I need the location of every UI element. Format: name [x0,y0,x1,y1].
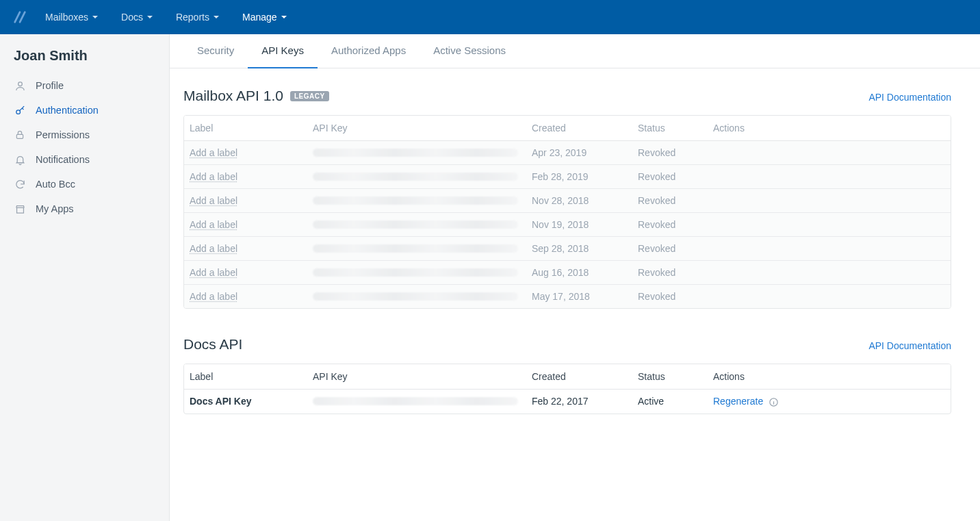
top-nav: MailboxesDocsReportsManage [0,0,980,34]
status-cell: Revoked [632,164,708,188]
loop-icon [14,178,26,190]
topnav-item-manage[interactable]: Manage [242,12,287,23]
chevron-down-icon [147,16,153,18]
col-label: Label [184,116,307,141]
table-row: Add a labelNov 19, 2018Revoked [184,212,951,236]
topnav-label: Docs [121,12,143,23]
sidebar-item-auto-bcc[interactable]: Auto Bcc [0,172,169,196]
created-cell: Aug 16, 2018 [526,260,632,284]
table-row: Add a labelNov 28, 2018Revoked [184,188,951,212]
api-key-obscured [313,244,518,253]
user-icon [14,79,26,92]
col-actions: Actions [708,364,951,390]
mailbox-api-title: Mailbox API 1.0 LEGACY [183,88,329,104]
legacy-badge: LEGACY [290,91,329,101]
topnav-label: Mailboxes [45,12,88,23]
sidebar-title: Joan Smith [0,48,169,73]
topnav-item-reports[interactable]: Reports [176,12,219,23]
store-icon [14,203,26,215]
sidebar-item-notifications[interactable]: Notifications [0,147,169,172]
api-key-obscured [313,397,518,405]
table-row: Add a labelFeb 28, 2019Revoked [184,164,951,188]
lock-icon [14,129,26,141]
mailbox-api-doc-link[interactable]: API Documentation [868,92,951,103]
actions-cell: Regenerate [708,390,951,414]
actions-cell [708,164,951,188]
table-row: Add a labelApr 23, 2019Revoked [184,141,951,164]
chevron-down-icon [92,16,98,18]
actions-cell [708,188,951,212]
created-cell: Apr 23, 2019 [526,141,632,164]
sidebar-item-authentication[interactable]: Authentication [0,98,169,123]
sidebar-item-label: Authentication [36,105,99,116]
table-row: Add a labelSep 28, 2018Revoked [184,236,951,260]
status-cell: Revoked [632,284,708,308]
key-icon [14,104,26,116]
regenerate-link[interactable]: Regenerate [713,396,763,407]
tab-api-keys[interactable]: API Keys [248,34,318,68]
actions-cell [708,212,951,236]
created-cell: May 17, 2018 [526,284,632,308]
svg-point-0 [18,81,22,86]
status-cell: Revoked [632,236,708,260]
col-status: Status [632,116,708,141]
created-cell: Feb 28, 2019 [526,164,632,188]
col-created: Created [526,364,632,390]
status-cell: Revoked [632,212,708,236]
add-label-link[interactable]: Add a label [190,195,237,206]
status-cell: Revoked [632,141,708,164]
actions-cell [708,236,951,260]
info-icon[interactable] [769,397,779,407]
add-label-link[interactable]: Add a label [190,171,237,182]
sidebar-item-label: Notifications [36,154,90,165]
add-label-link[interactable]: Add a label [190,219,237,230]
sidebar-item-permissions[interactable]: Permissions [0,123,169,147]
created-cell: Nov 19, 2018 [526,212,632,236]
mailbox-api-section: Mailbox API 1.0 LEGACY API Documentation… [170,68,965,317]
tab-active-sessions[interactable]: Active Sessions [420,34,519,68]
col-label: Label [184,364,307,390]
sidebar-item-label: Permissions [36,129,90,140]
mailbox-api-table: Label API Key Created Status Actions Add… [183,115,951,309]
add-label-link[interactable]: Add a label [190,243,237,254]
col-status: Status [632,364,708,390]
docs-api-doc-link[interactable]: API Documentation [868,340,951,351]
chevron-down-icon [281,16,287,18]
status-cell: Active [632,390,708,414]
sidebar-item-label: Profile [36,80,64,91]
add-label-link[interactable]: Add a label [190,291,237,302]
topnav-label: Manage [242,12,277,23]
docs-api-section: Docs API API Documentation Label API Key… [170,317,965,422]
api-key-obscured [313,173,518,181]
add-label-link[interactable]: Add a label [190,147,237,158]
tab-authorized-apps[interactable]: Authorized Apps [318,34,420,68]
col-api-key: API Key [307,116,526,141]
bell-icon [14,153,26,166]
svg-rect-2 [16,134,23,138]
sidebar-item-profile[interactable]: Profile [0,73,169,98]
topnav-item-mailboxes[interactable]: Mailboxes [45,12,98,23]
api-key-obscured [313,149,518,157]
label-cell: Docs API Key [190,396,252,407]
actions-cell [708,141,951,164]
status-cell: Revoked [632,188,708,212]
created-cell: Nov 28, 2018 [526,188,632,212]
col-api-key: API Key [307,364,526,390]
sidebar-item-my-apps[interactable]: My Apps [0,196,169,221]
actions-cell [708,260,951,284]
tab-security[interactable]: Security [183,34,248,68]
sub-nav-tabs: SecurityAPI KeysAuthorized AppsActive Se… [170,34,980,68]
api-key-obscured [313,292,518,301]
api-key-obscured [313,268,518,277]
created-cell: Sep 28, 2018 [526,236,632,260]
logo-icon[interactable] [12,10,27,25]
chevron-down-icon [214,16,219,18]
actions-cell [708,284,951,308]
api-key-obscured [313,196,518,205]
topnav-item-docs[interactable]: Docs [121,12,153,23]
topnav-label: Reports [176,12,209,23]
add-label-link[interactable]: Add a label [190,267,237,278]
main: SecurityAPI KeysAuthorized AppsActive Se… [170,34,980,521]
sidebar-item-label: My Apps [36,203,74,214]
table-row: Add a labelMay 17, 2018Revoked [184,284,951,308]
